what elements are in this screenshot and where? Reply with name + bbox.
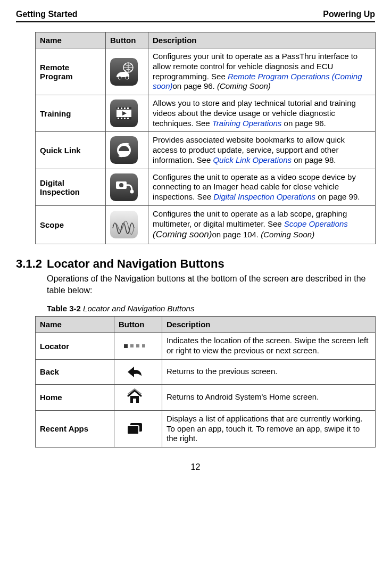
row-name: Home — [36, 384, 114, 410]
row-button — [114, 384, 162, 410]
row-name: Scope — [36, 205, 106, 244]
section-heading: 3.1.2Locator and Navigation Buttons — [16, 257, 375, 271]
table-header-row: Name Button Description — [36, 317, 376, 333]
page-number: 12 — [16, 462, 375, 472]
coming-soon-note: (Coming Soon) — [261, 230, 314, 239]
col-header-name: Name — [36, 32, 106, 48]
row-name: Training — [36, 95, 106, 132]
row-button — [114, 359, 162, 384]
svg-rect-8 — [124, 107, 126, 109]
row-description: Configures your unit to operate as a Pas… — [148, 48, 376, 95]
row-button — [106, 95, 148, 132]
row-name: Back — [36, 359, 114, 384]
table-row: Scope Configures the unit to operate as … — [36, 205, 376, 244]
desc-text: on page 96. — [173, 81, 217, 90]
header-left: Getting Started — [16, 10, 78, 19]
coming-soon-inline: (Coming soon) — [153, 229, 212, 239]
desc-text: on page 104. — [212, 230, 261, 239]
document-page: Getting Started Powering Up Name Button … — [0, 0, 391, 488]
desc-text: on page 99. — [315, 192, 360, 201]
back-icon — [119, 363, 151, 381]
svg-point-2 — [126, 76, 129, 79]
col-header-button: Button — [114, 317, 162, 333]
col-header-name: Name — [36, 317, 114, 333]
coming-soon-note: (Coming Soon) — [217, 81, 271, 90]
row-button — [106, 132, 148, 169]
running-header: Getting Started Powering Up — [16, 10, 375, 22]
xref-link[interactable]: Quick Link Operations — [213, 155, 292, 164]
row-button — [106, 169, 148, 205]
caption-label: Table 3-2 — [47, 304, 81, 313]
col-header-description: Description — [148, 32, 376, 48]
svg-rect-13 — [127, 118, 129, 119]
row-description: Configures the unit to operate as a lab … — [148, 205, 376, 244]
row-name: Quick Link — [36, 132, 106, 169]
table-row: Quick Link Provides associated website b… — [36, 132, 376, 169]
svg-rect-7 — [121, 107, 122, 109]
svg-rect-9 — [127, 107, 129, 109]
ie-icon — [110, 136, 138, 164]
feature-table-1: Name Button Description Remote Program — [35, 32, 376, 244]
row-description: Displays a list of applications that are… — [162, 410, 376, 447]
svg-rect-6 — [118, 107, 119, 109]
table-row: Back Returns to the previous screen. — [36, 359, 376, 384]
table-row: Locator Indicates the location of the sc… — [36, 333, 376, 360]
col-header-button: Button — [106, 32, 148, 48]
scope-cam-icon — [110, 173, 138, 201]
recent-icon — [119, 420, 151, 438]
svg-point-1 — [118, 76, 121, 79]
table-row: Digital Inspection Configures the unit t… — [36, 169, 376, 205]
car-globe-icon — [110, 58, 138, 86]
svg-point-17 — [130, 189, 134, 193]
row-button — [106, 205, 148, 244]
xref-link[interactable]: Digital Inspection Operations — [213, 192, 315, 201]
row-description: Allows you to store and play technical t… — [148, 95, 376, 132]
row-description: Returns to Android System's Home screen. — [162, 384, 376, 410]
table-row: Remote Program Configures your unit to o… — [36, 48, 376, 95]
xref-link[interactable]: Scope Operations — [284, 219, 348, 228]
row-description: Provides associated website bookmarks to… — [148, 132, 376, 169]
table-header-row: Name Button Description — [36, 32, 376, 48]
svg-rect-10 — [118, 118, 119, 119]
row-description: Indicates the location of the screen. Sw… — [162, 333, 376, 360]
row-name: Digital Inspection — [36, 169, 106, 205]
table-row: Training Allows you to store and play te… — [36, 95, 376, 132]
section-body: Operations of the Navigation buttons at … — [47, 273, 375, 297]
svg-rect-12 — [124, 118, 126, 119]
svg-rect-21 — [127, 426, 139, 434]
feature-table-2: Name Button Description Locator Indicate… — [35, 316, 376, 448]
locator-icon — [119, 337, 151, 355]
row-button — [114, 410, 162, 447]
row-name: Remote Program — [36, 48, 106, 95]
caption-title: Locator and Navigation Buttons — [81, 304, 194, 313]
table-row: Home Returns to Android System's Home sc… — [36, 384, 376, 410]
waveform-icon — [110, 211, 138, 238]
xref-link[interactable]: Training Operations — [212, 119, 282, 128]
home-icon — [119, 388, 151, 406]
svg-point-16 — [119, 183, 123, 187]
table-caption: Table 3-2 Locator and Navigation Buttons — [47, 304, 375, 313]
col-header-description: Description — [162, 317, 376, 333]
header-right: Powering Up — [323, 10, 375, 19]
row-description: Returns to the previous screen. — [162, 359, 376, 384]
row-name: Recent Apps — [36, 410, 114, 447]
section-title: Locator and Navigation Buttons — [47, 257, 224, 270]
row-name: Locator — [36, 333, 114, 360]
row-description: Configures the unit to operate as a vide… — [148, 169, 376, 205]
film-icon — [110, 100, 138, 127]
svg-rect-11 — [121, 118, 122, 119]
table-row: Recent Apps Displays a list of applicati… — [36, 410, 376, 447]
row-button — [106, 48, 148, 95]
svg-rect-19 — [133, 399, 136, 403]
row-button — [114, 333, 162, 360]
desc-text: on page 98. — [292, 155, 336, 164]
desc-text: on page 96. — [281, 119, 326, 128]
xref-link[interactable]: Remote Program Operations — [228, 72, 332, 81]
section-number: 3.1.2 — [16, 257, 47, 271]
